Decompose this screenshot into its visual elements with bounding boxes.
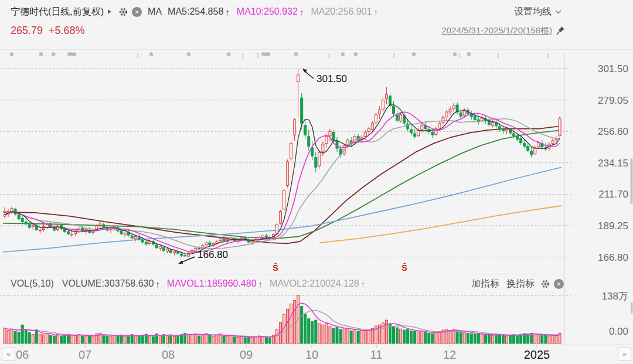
star-marker-icon: *** [67, 50, 77, 62]
event-marker-row: ******↕***↕↕****↕**↕**↕*↕↕ [9, 50, 550, 62]
star-marker-icon: * [341, 50, 345, 62]
chevron-down-icon [555, 10, 561, 14]
star-marker-icon: * [452, 50, 457, 62]
mavol2-up-arrow: ↑ [361, 279, 366, 289]
ma250-line [319, 206, 561, 243]
scroll-right-button[interactable]: » [618, 348, 631, 361]
svg-text:189.25: 189.25 [598, 220, 628, 232]
s-event-icon: Ŝ [401, 263, 407, 273]
star-marker-icon: * [226, 50, 231, 62]
star-marker-icon: *** [261, 50, 271, 62]
svg-text:301.50: 301.50 [598, 63, 628, 74]
month-axis: 060708091011122025 [16, 345, 550, 361]
separators [0, 50, 633, 345]
price-gridlines [0, 69, 572, 295]
s-event-icon: Ŝ [273, 263, 278, 273]
mavol-lines [5, 303, 560, 337]
svg-text:138万: 138万 [602, 291, 628, 302]
star-marker-icon: * [39, 50, 43, 62]
ma-group-label[interactable]: MA [148, 6, 162, 17]
ma20-up-arrow: ↑ [373, 7, 378, 17]
mavol1-up-arrow: ↑ [258, 279, 263, 289]
star-marker-icon: * [353, 50, 358, 62]
volume-close-icon[interactable]: ✕ [554, 279, 564, 289]
month-label: 10 [305, 348, 318, 361]
pin-icon[interactable] [556, 26, 565, 35]
svg-text:279.05: 279.05 [598, 95, 628, 106]
month-label: 11 [370, 348, 383, 361]
volume-value: VOLUME:303758.630 [62, 278, 154, 289]
symbol-title[interactable]: 宁德时代(日线,前复权) [11, 6, 104, 18]
svg-text:256.60: 256.60 [598, 126, 628, 137]
gear-icon[interactable] [118, 7, 128, 17]
ma5-up-arrow: ↑ [225, 7, 230, 17]
star-marker-icon: * [186, 50, 191, 62]
month-label: 06 [16, 348, 29, 361]
volume-bars [4, 295, 561, 343]
updown-arrow-icon: ↕ [458, 50, 462, 60]
scrollbar [631, 158, 633, 314]
updown-arrow-icon: ↕ [328, 50, 332, 60]
volume-scrollbar-thumb[interactable] [631, 302, 633, 314]
month-label: 08 [162, 348, 175, 361]
ma60-line [3, 130, 561, 239]
close-indicator-icon[interactable]: ✕ [132, 7, 142, 17]
mavol1-legend: MAVOL1:185960.480 [167, 278, 257, 289]
svg-text:0.00: 0.00 [609, 326, 628, 337]
updown-arrow-icon: ↕ [546, 50, 550, 60]
svg-text:166.80: 166.80 [598, 252, 628, 263]
updown-arrow-icon: ↕ [136, 50, 140, 60]
month-label: 07 [79, 348, 91, 361]
title-caret-icon [108, 9, 111, 14]
updown-arrow-icon: ↕ [392, 50, 396, 60]
switch-indicator-button[interactable]: 换指标 [506, 278, 535, 290]
ma-settings-button[interactable]: 设置均线 [514, 6, 552, 18]
star-marker-icon: * [51, 50, 56, 62]
stock-chart-app: 301.50279.05256.60234.15211.70189.25166.… [0, 0, 633, 364]
svg-text:166.80: 166.80 [198, 249, 228, 260]
month-label: 09 [240, 348, 253, 361]
updown-arrow-icon: ↕ [256, 50, 260, 60]
s-event-markers: ŜŜ [273, 263, 407, 273]
vol-indicator-label[interactable]: VOL(5,10) [11, 278, 54, 289]
price-subheader: 265.79 +5.68% 2024/5/31-2025/1/20(158根) [11, 22, 565, 39]
add-indicator-button[interactable]: 加指标 [471, 278, 499, 290]
star-marker-icon: * [149, 50, 154, 62]
ma-lines [5, 105, 560, 254]
scroll-left-button[interactable]: « [2, 348, 15, 361]
volume-gear-icon[interactable] [540, 279, 550, 289]
star-marker-icon: * [411, 50, 416, 62]
volume-up-arrow: ↑ [155, 279, 160, 289]
star-marker-icon: * [294, 50, 298, 62]
long-ma-lines [3, 126, 561, 252]
ma5-legend: MA5:254.858 [168, 6, 223, 17]
mavol2-legend: MAVOL2:210024.128 [270, 278, 359, 289]
star-marker-icon: * [9, 50, 14, 62]
ma20-legend: MA20:256.901 [311, 6, 372, 17]
svg-text:211.70: 211.70 [598, 189, 628, 200]
updown-arrow-icon: ↕ [241, 50, 245, 60]
chart-toolbar: 宁德时代(日线,前复权) ✕ MA MA5:254.858 ↑ MA10:250… [11, 0, 565, 23]
month-label: 2025 [524, 348, 550, 361]
ma120-line [3, 167, 561, 252]
svg-text:301.50: 301.50 [316, 73, 347, 84]
price-axis-labels: 301.50279.05256.60234.15211.70189.25166.… [598, 63, 628, 337]
svg-text:234.15: 234.15 [598, 158, 628, 169]
updown-arrow-icon: ↕ [496, 50, 501, 60]
change-percent: +5.68% [49, 25, 85, 37]
candlestick-chart[interactable]: 301.50279.05256.60234.15211.70189.25166.… [0, 0, 633, 364]
volume-toolbar: VOL(5,10) VOLUME:303758.630 ↑ MAVOL1:185… [11, 274, 564, 293]
month-label: 12 [443, 348, 456, 361]
last-price: 265.79 [11, 25, 43, 37]
price-scrollbar-thumb[interactable] [631, 158, 633, 204]
ma10-legend: MA10:250.932 [237, 6, 298, 17]
ma10-up-arrow: ↑ [300, 7, 304, 17]
star-marker-icon: * [467, 50, 471, 62]
date-range-label[interactable]: 2024/5/31-2025/1/20(158根) [442, 25, 552, 36]
